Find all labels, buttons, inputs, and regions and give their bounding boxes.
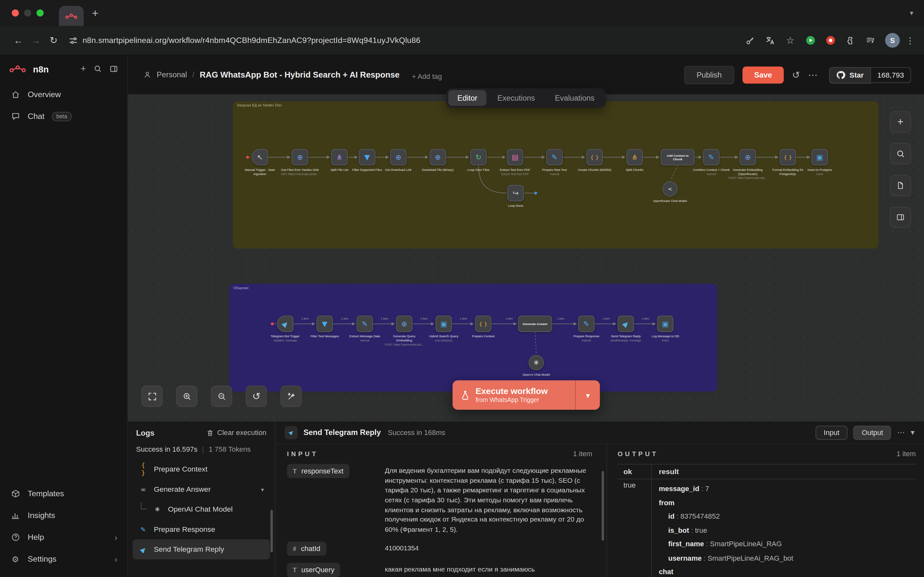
workflow-node[interactable]: ⊕Download File (Binary)	[430, 149, 446, 165]
field-value[interactable]: Для ведения бухгалтерии вам подойдут сле…	[384, 464, 592, 534]
workflow-node[interactable]: ▣Log Message to DBinsert	[657, 316, 674, 332]
input-scrollbar[interactable]	[602, 471, 604, 540]
translate-icon[interactable]	[762, 33, 778, 48]
node-box[interactable]: ⊕	[430, 149, 446, 165]
workflow-menu-icon[interactable]: ⋯	[808, 69, 817, 81]
node-box[interactable]: ✎	[578, 316, 594, 332]
logs-tree-item-prepare-context[interactable]: { }Prepare Context	[132, 459, 270, 479]
node-box[interactable]: ✎	[357, 316, 373, 332]
sidebar-item-chat[interactable]: Chatbeta	[0, 105, 128, 127]
bookmark-star-icon[interactable]: ☆	[782, 33, 798, 48]
node-box[interactable]: <	[662, 181, 678, 197]
detail-menu-icon[interactable]: ⋯	[897, 428, 905, 437]
field-value[interactable]: 410001354	[384, 542, 592, 553]
sidebar-item-overview[interactable]: Overview	[0, 84, 128, 105]
media-queue-icon[interactable]	[863, 33, 878, 48]
field-value[interactable]: какая реклама мне подходит если я занима…	[384, 562, 592, 574]
workflow-history-icon[interactable]: ↺	[792, 69, 800, 81]
zoom-in-button[interactable]	[176, 386, 197, 407]
workflow-node[interactable]: ▣Insert to Postgresinsert	[811, 149, 828, 165]
workflow-node[interactable]: { }Create Chunks (600/50)	[586, 149, 603, 165]
publish-button[interactable]: Publish	[684, 66, 734, 84]
workflow-node[interactable]: ⊕Generate Query EmbeddingPOST: https://o…	[396, 316, 412, 332]
output-row-id[interactable]: id : 8375474852	[659, 510, 909, 524]
logs-tree-item-openai-chat-model[interactable]: ✳OpenAI Chat Model	[132, 500, 270, 519]
workflow-node[interactable]: ⊕Get Files from Yandex DiskGET: https://…	[292, 149, 308, 165]
sidebar-item-templates[interactable]: Templates	[0, 483, 128, 504]
node-box[interactable]: { }	[586, 149, 603, 165]
workflow-node[interactable]: { }Format Embedding for PostgreSQL	[780, 149, 796, 165]
workflow-node[interactable]: ✎Combine Context + Chunkmanual	[703, 149, 719, 165]
workflow-node[interactable]: ↖Manual Trigger - Start Ingestion	[252, 149, 268, 165]
node-box[interactable]: ↖	[252, 149, 268, 165]
zoom-window-button[interactable]	[37, 9, 44, 16]
logs-tree-item-send-telegram-reply[interactable]: ▶Send Telegram Reply	[132, 539, 270, 559]
node-box[interactable]: ⊕	[292, 149, 308, 165]
sidebar-item-help[interactable]: Help›	[0, 526, 128, 548]
node-box[interactable]: ⊕	[396, 316, 412, 332]
collapse-logs-chevron-icon[interactable]: ▾	[911, 428, 915, 437]
tidy-up-wand-button[interactable]	[280, 386, 302, 407]
extensions-puzzle-icon[interactable]	[843, 33, 858, 48]
fit-view-button[interactable]	[142, 386, 163, 407]
breadcrumb-project[interactable]: Personal	[157, 70, 187, 79]
output-row-username[interactable]: username : SmartPipeLineAi_RAG_bot	[659, 551, 909, 565]
clear-execution-button[interactable]: Clear execution	[206, 429, 266, 437]
workflow-node[interactable]: ▶Send Telegram ReplysendMessage: message	[618, 316, 634, 332]
node-box[interactable]: ✎	[703, 149, 719, 165]
reload-button[interactable]: ↻	[45, 35, 63, 46]
node-box[interactable]: ▶	[618, 316, 634, 332]
node-box[interactable]: ⊕	[390, 149, 407, 165]
node-box[interactable]: ✎	[546, 149, 563, 165]
toggle-panel-button[interactable]	[890, 207, 911, 228]
node-box[interactable]: ⋔	[626, 149, 643, 165]
browser-menu-icon[interactable]: ⋮	[906, 35, 915, 45]
node-box[interactable]: ↪	[507, 185, 523, 201]
workflow-node[interactable]: ▤Extract Text from PDFExtract Text from …	[507, 149, 523, 165]
new-workflow-plus-icon[interactable]: +	[81, 63, 86, 74]
add-tag-button[interactable]: + Add tag	[412, 68, 442, 81]
logs-tree-item-prepare-response[interactable]: ✎Prepare Response	[132, 519, 270, 539]
canvas-search-button[interactable]	[890, 143, 911, 164]
logs-tree-item-generate-answer[interactable]: ∞Generate Answer▾	[132, 479, 270, 499]
output-toggle-button[interactable]: Output	[853, 425, 891, 440]
node-box[interactable]: { }	[780, 149, 796, 165]
close-window-button[interactable]	[12, 9, 19, 16]
output-row-from[interactable]: from	[659, 496, 909, 510]
input-toggle-button[interactable]: Input	[816, 425, 848, 440]
output-row-chat[interactable]: chat	[659, 565, 909, 577]
tab-search-chevron-icon[interactable]: ▾	[910, 9, 913, 17]
node-box[interactable]: ▣	[435, 316, 452, 332]
node-box[interactable]: ▣	[811, 149, 828, 165]
workflow-node[interactable]: ↪Loop Done	[507, 185, 523, 201]
forward-button[interactable]: →	[27, 35, 45, 45]
tab-executions[interactable]: Executions	[488, 90, 544, 106]
node-box[interactable]: ▼	[359, 149, 375, 165]
node-box[interactable]: ▤	[507, 149, 523, 165]
node-box[interactable]: ▼	[317, 316, 333, 332]
workflow-title[interactable]: RAG WhatsApp Bot - Hybrid Search + AI Re…	[200, 70, 400, 79]
sidebar-item-insights[interactable]: Insights	[0, 504, 128, 526]
undo-button[interactable]: ↺	[246, 386, 267, 407]
save-button[interactable]: Save	[742, 67, 784, 84]
sidebar-item-settings[interactable]: ⚙Settings›	[0, 548, 128, 570]
url-bar[interactable]: n8n.smartpipelineai.org/workflow/r4nbm4Q…	[82, 36, 738, 45]
extension-play-icon[interactable]	[803, 33, 818, 48]
workflow-node[interactable]: ⊕Get Download Link	[390, 149, 407, 165]
workflow-node[interactable]: { }Prepare Context	[475, 316, 491, 332]
node-box[interactable]: ⋔	[331, 149, 347, 165]
workflow-node[interactable]: ↻Loop Over Files	[470, 149, 487, 165]
node-box[interactable]: Add Context to Chunk	[661, 149, 695, 165]
github-star-widget[interactable]: Star 168,793	[829, 67, 911, 83]
workflow-node[interactable]: ✎Extract Message Datamanual	[357, 316, 373, 332]
field-name-pill[interactable]: TuserQuery	[287, 562, 340, 577]
tab-editor[interactable]: Editor	[448, 90, 487, 106]
add-node-button[interactable]: +	[890, 111, 911, 132]
new-tab-button[interactable]: +	[92, 7, 99, 19]
output-row-is_bot[interactable]: is_bot : true	[659, 524, 909, 538]
workflow-node[interactable]: ✎Prepare Raw Textmanual	[546, 149, 563, 165]
output-row-message_id[interactable]: message_id : 7	[659, 482, 909, 496]
back-button[interactable]: ←	[9, 35, 27, 45]
field-name-pill[interactable]: TresponseText	[287, 464, 349, 478]
sticky-note-button[interactable]	[890, 175, 911, 196]
